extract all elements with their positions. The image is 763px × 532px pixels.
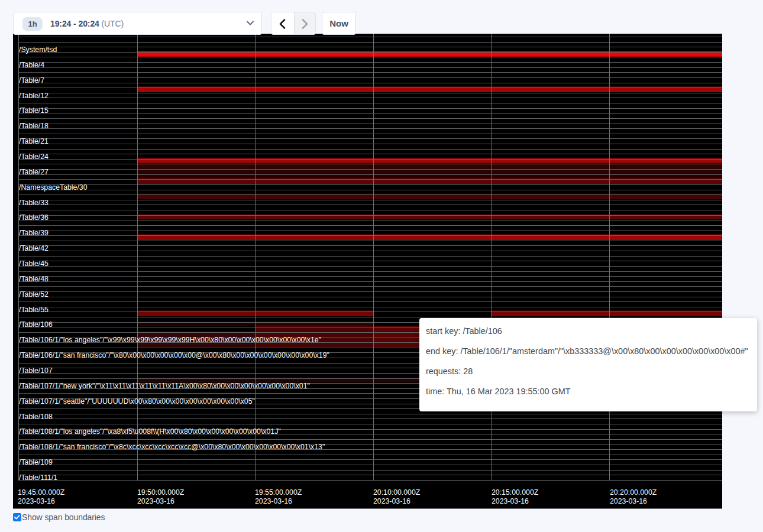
svg-text:/Table/39: /Table/39 — [19, 229, 49, 237]
svg-text:/Table/42: /Table/42 — [19, 244, 49, 252]
svg-text:/Table/15: /Table/15 — [19, 106, 49, 115]
svg-text:/Table/7: /Table/7 — [19, 76, 44, 85]
svg-text:/Table/107/1/"new york"/"\x11\: /Table/107/1/"new york"/"\x11\x11\x11\x1… — [19, 382, 310, 390]
svg-text:/Table/107: /Table/107 — [19, 366, 53, 375]
svg-text:/Table/4: /Table/4 — [19, 61, 44, 69]
svg-text:/Table/111/1: /Table/111/1 — [19, 473, 57, 482]
svg-text:2023-03-16: 2023-03-16 — [255, 497, 292, 505]
svg-text:19:45:00.000Z: 19:45:00.000Z — [18, 488, 65, 497]
svg-text:/Table/48: /Table/48 — [19, 275, 49, 283]
svg-text:/NamespaceTable/30: /NamespaceTable/30 — [19, 183, 88, 192]
svg-text:/Table/18: /Table/18 — [19, 122, 49, 130]
svg-text:/Table/36: /Table/36 — [19, 213, 49, 222]
svg-text:20:20:00.000Z: 20:20:00.000Z — [610, 488, 657, 497]
svg-text:/Table/106/1/"los angeles"/"\x: /Table/106/1/"los angeles"/"\x99\x99\x99… — [19, 336, 321, 344]
svg-text:2023-03-16: 2023-03-16 — [492, 497, 529, 505]
svg-text:/Table/108/1/"san francisco"/": /Table/108/1/"san francisco"/"\x8c\xcc\x… — [19, 443, 325, 451]
svg-text:/Table/21: /Table/21 — [19, 137, 49, 145]
svg-text:2023-03-16: 2023-03-16 — [18, 497, 55, 505]
svg-text:/Table/108/1/"los angeles"/"\x: /Table/108/1/"los angeles"/"\xa8\xf5\u00… — [19, 427, 281, 436]
svg-text:2023-03-16: 2023-03-16 — [610, 497, 647, 505]
svg-text:19:55:00.000Z: 19:55:00.000Z — [255, 488, 302, 497]
svg-text:/Table/55: /Table/55 — [19, 306, 49, 314]
svg-text:19:50:00.000Z: 19:50:00.000Z — [137, 488, 185, 497]
svg-text:/System/tsd: /System/tsd — [19, 46, 57, 54]
svg-text:2023-03-16: 2023-03-16 — [373, 497, 410, 505]
svg-text:/Table/52: /Table/52 — [19, 290, 49, 299]
svg-text:2023-03-16: 2023-03-16 — [137, 497, 174, 505]
svg-text:/Table/108: /Table/108 — [19, 413, 53, 421]
svg-text:/Table/12: /Table/12 — [19, 92, 49, 100]
svg-text:20:10:00.000Z: 20:10:00.000Z — [373, 488, 421, 497]
svg-text:/Table/33: /Table/33 — [19, 199, 49, 207]
svg-text:20:15:00.000Z: 20:15:00.000Z — [492, 488, 539, 497]
svg-text:/Table/107/1/"seattle"/"UUUUUU: /Table/107/1/"seattle"/"UUUUUUD\x00\x80\… — [19, 397, 255, 406]
svg-text:/Table/109: /Table/109 — [19, 458, 53, 466]
svg-text:/Table/27: /Table/27 — [19, 168, 49, 176]
svg-text:/Table/24: /Table/24 — [19, 153, 49, 161]
svg-text:/Table/106: /Table/106 — [19, 320, 53, 329]
svg-text:/Table/45: /Table/45 — [19, 259, 49, 268]
svg-text:/Table/106/1/"san francisco"/": /Table/106/1/"san francisco"/"\x80\x00\x… — [19, 351, 329, 359]
